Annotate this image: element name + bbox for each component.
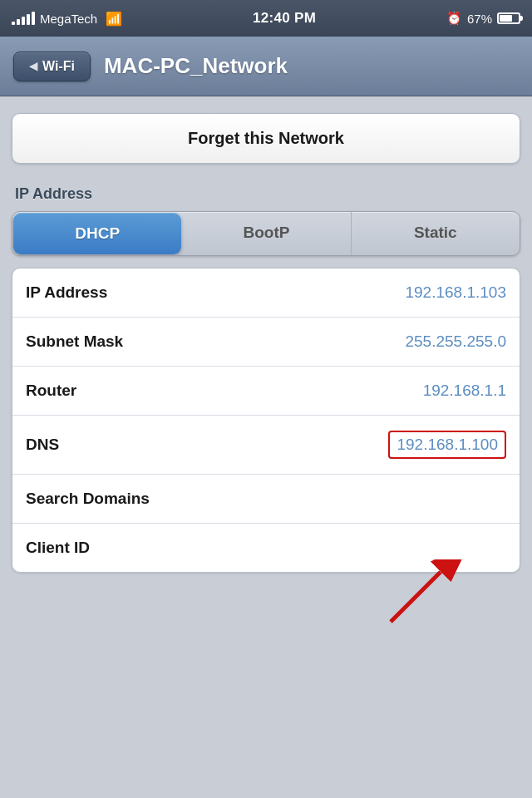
subnet-mask-value: 255.255.255.0 bbox=[405, 332, 506, 351]
battery-icon bbox=[497, 12, 520, 24]
back-button-label: Wi-Fi bbox=[42, 59, 75, 74]
segment-static[interactable]: Static bbox=[352, 212, 520, 255]
table-row-dns: DNS 192.168.1.100 bbox=[12, 416, 520, 475]
ip-address-label: IP Address bbox=[26, 283, 107, 302]
annotation-arrow-container bbox=[0, 584, 532, 634]
segment-dhcp[interactable]: DHCP bbox=[13, 213, 181, 254]
nav-bar: ◀ Wi-Fi MAC-PC_Network bbox=[0, 37, 532, 96]
signal-bars-icon bbox=[12, 12, 35, 25]
status-bar: MegaTech 📶 12:40 PM ⏰ 67% bbox=[0, 0, 532, 37]
router-value: 192.168.1.1 bbox=[423, 382, 506, 400]
segment-bootp[interactable]: BootP bbox=[182, 212, 351, 255]
ip-address-section-header: IP Address bbox=[0, 175, 532, 208]
dns-value-wrapper: 192.168.1.100 bbox=[388, 431, 506, 459]
router-label: Router bbox=[26, 382, 76, 400]
client-id-label: Client ID bbox=[26, 539, 90, 557]
clock-icon: ⏰ bbox=[446, 11, 462, 26]
table-row-search-domains: Search Domains bbox=[12, 475, 520, 524]
page-title: MAC-PC_Network bbox=[104, 53, 519, 79]
segment-control-wrap: DHCP BootP Static bbox=[0, 208, 532, 268]
chevron-left-icon: ◀ bbox=[29, 60, 37, 72]
subnet-mask-label: Subnet Mask bbox=[26, 332, 123, 351]
ip-address-value: 192.168.1.103 bbox=[405, 283, 506, 302]
search-domains-label: Search Domains bbox=[26, 490, 150, 508]
forget-section: Forget this Network bbox=[0, 96, 532, 175]
ip-mode-segmented-control: DHCP BootP Static bbox=[12, 211, 520, 256]
status-left: MegaTech 📶 bbox=[12, 11, 122, 27]
status-time: 12:40 PM bbox=[253, 10, 316, 27]
table-row-subnet-mask: Subnet Mask 255.255.255.0 bbox=[12, 318, 520, 367]
dns-label: DNS bbox=[26, 436, 59, 454]
wifi-icon: 📶 bbox=[106, 11, 122, 27]
table-row-ip-address: IP Address 192.168.1.103 bbox=[12, 268, 520, 318]
dns-highlight-box: 192.168.1.100 bbox=[388, 431, 506, 459]
forget-network-button[interactable]: Forget this Network bbox=[12, 113, 520, 164]
page-content: Forget this Network IP Address DHCP Boot… bbox=[0, 96, 532, 634]
carrier-label: MegaTech bbox=[40, 12, 97, 26]
dns-value: 192.168.1.100 bbox=[397, 436, 498, 453]
back-button[interactable]: ◀ Wi-Fi bbox=[13, 52, 91, 81]
status-right: ⏰ 67% bbox=[446, 11, 520, 26]
battery-percent: 67% bbox=[467, 12, 492, 26]
network-info-table: IP Address 192.168.1.103 Subnet Mask 255… bbox=[12, 268, 520, 573]
table-row-client-id: Client ID bbox=[12, 524, 520, 572]
svg-line-1 bbox=[391, 572, 441, 622]
table-row-router: Router 192.168.1.1 bbox=[12, 367, 520, 416]
